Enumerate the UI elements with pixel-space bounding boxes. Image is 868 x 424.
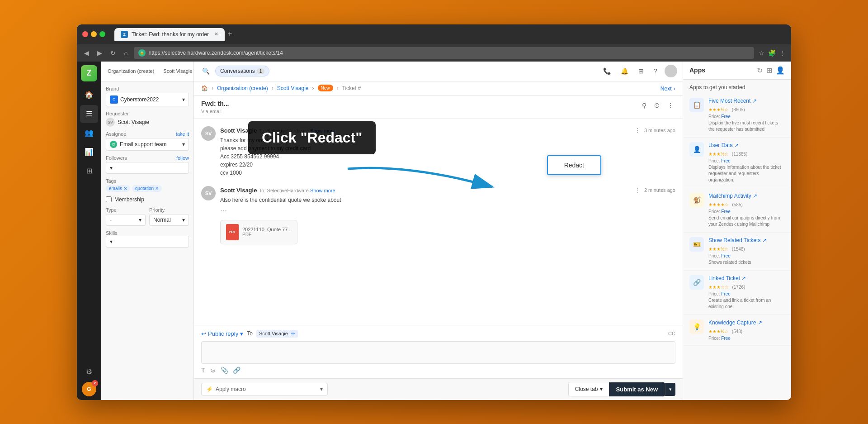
tag-quotation-remove-icon[interactable]: ✕ xyxy=(155,186,159,191)
phone-icon[interactable]: 📞 xyxy=(600,66,613,76)
membership-checkbox[interactable] xyxy=(106,196,112,202)
maximize-window-btn[interactable] xyxy=(99,31,105,37)
more-options-icon[interactable]: ⋮ xyxy=(665,100,675,111)
tags-field: Tags emails ✕ quotation ✕ xyxy=(106,178,189,192)
macro-input[interactable]: ⚡ Apply macro ▾ xyxy=(201,383,328,395)
type-select[interactable]: - ▾ xyxy=(106,214,146,226)
avatar-initials: G xyxy=(87,386,91,392)
app-item-show-related-tickets[interactable]: 🎫 Show Related Tickets ↗ ★★★½☆ (1546) Pr… xyxy=(683,233,791,271)
breadcrumb-organization[interactable]: Organization (create) xyxy=(217,85,268,91)
emoji-btn[interactable]: ☺ xyxy=(210,367,216,374)
panel-user-icon[interactable]: 👤 xyxy=(776,66,785,75)
reply-text-area[interactable] xyxy=(201,341,675,364)
app-icon-five-most-recent: 📋 xyxy=(689,98,704,112)
msg2-show-more[interactable]: Show more xyxy=(310,188,335,193)
next-btn-area[interactable]: Next › xyxy=(660,84,675,92)
requester-avatar: SV xyxy=(106,118,115,127)
msg1-content: Scott Visagie To: SelectiveHardware Show… xyxy=(220,126,675,177)
priority-field: Priority Normal ▾ xyxy=(149,207,189,226)
sidebar-user-avatar[interactable]: G 2 xyxy=(82,382,96,396)
follow-link[interactable]: follow xyxy=(176,155,189,161)
sidebar-tickets-icon[interactable]: ☰ xyxy=(80,105,98,123)
back-btn[interactable]: ◀ xyxy=(82,48,91,57)
tag-emails-remove-icon[interactable]: ✕ xyxy=(123,186,127,191)
tab-title: Ticket: Fwd: thanks for my order xyxy=(132,31,209,38)
forward-btn[interactable]: ▶ xyxy=(95,48,104,57)
app-item-linked-ticket[interactable]: 🔗 Linked Ticket ↗ ★★★☆☆ (1726) Price: Fr… xyxy=(683,271,791,315)
zendesk-logo: Z xyxy=(81,65,97,81)
reply-type-label: Public reply xyxy=(208,330,238,337)
priority-select[interactable]: Normal ▾ xyxy=(149,214,189,226)
menu-icon[interactable]: ⋮ xyxy=(779,49,786,57)
user-avatar-top[interactable] xyxy=(665,65,677,77)
public-reply-btn[interactable]: ↩ Public reply ▾ xyxy=(201,330,243,337)
edit-recipient-icon[interactable]: ✏ xyxy=(291,331,295,336)
submit-dropdown-btn[interactable]: ▾ xyxy=(665,383,675,396)
msg2-options-icon[interactable]: ⋮ xyxy=(634,186,641,194)
followers-field: Followers follow ▾ xyxy=(106,155,189,174)
sidebar-users-icon[interactable]: 👥 xyxy=(80,124,98,142)
msg1-show-more[interactable]: Show more xyxy=(310,128,335,133)
followers-select[interactable]: ▾ xyxy=(106,162,189,174)
app-info-five-most-recent: Five Most Recent ↗ ★★★½☆ (8605) Price: F… xyxy=(708,98,785,133)
reload-btn[interactable]: ↻ xyxy=(108,48,118,57)
close-tab-btn[interactable]: Close tab ▾ xyxy=(568,382,609,396)
text-format-btn[interactable]: T xyxy=(201,367,205,374)
home-btn[interactable]: ⌂ xyxy=(122,48,129,57)
assignee-select[interactable]: @ Email support team ▾ xyxy=(106,138,189,151)
type-field: Type - ▾ xyxy=(106,207,146,226)
brand-label: Brand xyxy=(106,86,189,91)
tab-organization[interactable]: Organization (create) xyxy=(104,67,158,76)
skills-select[interactable]: ▾ xyxy=(106,236,189,248)
redact-button[interactable]: Redact xyxy=(547,155,601,175)
conversations-btn[interactable]: Conversations 1 xyxy=(215,66,269,76)
help-icon[interactable]: ? xyxy=(651,66,660,76)
msg1-header: Scott Visagie To: SelectiveHardware Show… xyxy=(220,126,675,134)
type-chevron-icon: ▾ xyxy=(139,217,142,223)
close-window-btn[interactable] xyxy=(82,31,88,37)
minimize-window-btn[interactable] xyxy=(91,31,97,37)
app-item-mailchimp[interactable]: 🐒 Mailchimp Activity ↗ ★★★★☆ (585) Price… xyxy=(683,188,791,233)
app-item-five-most-recent[interactable]: 📋 Five Most Recent ↗ ★★★½☆ (8605) Price:… xyxy=(683,93,791,138)
attach-btn[interactable]: 📎 xyxy=(221,367,228,374)
sidebar-apps-icon[interactable]: ⊞ xyxy=(80,162,98,180)
bookmark-icon[interactable]: ☆ xyxy=(759,49,764,57)
breadcrumb-scott[interactable]: Scott Visagie xyxy=(277,85,309,91)
sidebar-home-icon[interactable]: 🏠 xyxy=(80,86,98,104)
refresh-icon[interactable]: ↻ xyxy=(757,66,763,75)
panel-expand-icon[interactable]: ⊞ xyxy=(766,66,772,75)
submit-btn[interactable]: Submit as New xyxy=(609,382,665,396)
active-tab[interactable]: Z Ticket: Fwd: thanks for my order ✕ xyxy=(114,28,225,41)
tab-scott-visagie[interactable]: Scott Visagie xyxy=(160,67,196,76)
tag-emails[interactable]: emails ✕ xyxy=(106,185,130,192)
new-tab-btn[interactable]: + xyxy=(227,29,232,39)
cc-btn[interactable]: CC xyxy=(668,331,675,336)
membership-field: Membership xyxy=(106,196,189,203)
attachment-pdf[interactable]: PDF 20221110_Quote 77... PDF xyxy=(220,220,297,244)
filter-icon[interactable]: ⚲ xyxy=(640,100,648,111)
notifications-icon[interactable]: 🔔 xyxy=(618,66,631,76)
search-btn[interactable]: 🔍 xyxy=(199,66,212,76)
extensions-icon[interactable]: 🧩 xyxy=(768,49,776,57)
brand-select[interactable]: C Cyberstore2022 ▾ xyxy=(106,93,189,106)
tag-quotation[interactable]: quotation ✕ xyxy=(132,185,162,192)
tab-close-btn[interactable]: ✕ xyxy=(214,31,218,37)
sidebar-settings-icon[interactable]: ⚙ xyxy=(80,363,98,381)
msg1-options-icon[interactable]: ⋮ xyxy=(634,127,641,134)
message-2: SV Scott Visagie To: SelectiveHardware S… xyxy=(201,186,675,244)
url-bar[interactable]: 🔒 https://selective hardware.zendesk.com… xyxy=(134,47,754,59)
grid-icon[interactable]: ⊞ xyxy=(636,66,646,76)
link-btn[interactable]: 🔗 xyxy=(233,367,241,374)
sidebar-reports-icon[interactable]: 📊 xyxy=(80,143,98,161)
app-list: 📋 Five Most Recent ↗ ★★★½☆ (8605) Price:… xyxy=(683,93,791,400)
app-info-linked-ticket: Linked Ticket ↗ ★★★☆☆ (1726) Price: Free… xyxy=(708,275,785,310)
reply-to-badge: Scott Visagie ✏ xyxy=(256,330,298,338)
app-item-user-data[interactable]: 👤 User Data ↗ ★★★½☆ (11365) Price: Free … xyxy=(683,138,791,188)
apps-title: Apps xyxy=(689,67,705,74)
app-item-knowledge-capture[interactable]: 💡 Knowledge Capture ↗ ★★★½☆ (548) Price:… xyxy=(683,315,791,346)
close-tab-chevron-icon: ▾ xyxy=(600,386,603,392)
attachment-type: PDF xyxy=(242,232,292,237)
breadcrumb-home[interactable]: 🏠 xyxy=(201,85,208,91)
history-icon[interactable]: ⏲ xyxy=(652,100,662,111)
take-it-link[interactable]: take it xyxy=(176,131,189,137)
